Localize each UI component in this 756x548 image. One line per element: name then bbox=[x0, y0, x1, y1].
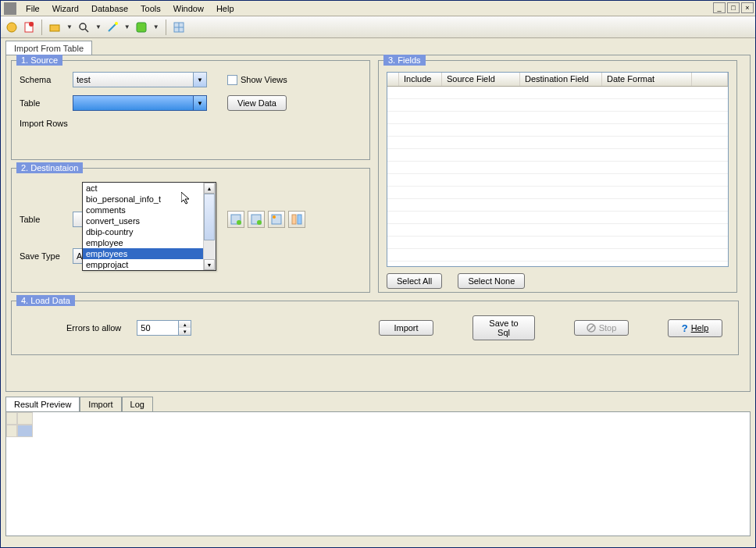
dest-icon-4[interactable] bbox=[288, 211, 305, 228]
help-icon: ? bbox=[682, 322, 688, 334]
dropdown-item-act[interactable]: act bbox=[83, 183, 216, 194]
show-views-label: Show Views bbox=[241, 75, 287, 84]
tab-result-preview[interactable]: Result Preview bbox=[5, 397, 80, 411]
menu-tools[interactable]: Tools bbox=[134, 2, 167, 15]
tab-log[interactable]: Log bbox=[122, 397, 153, 411]
help-button[interactable]: ?Help bbox=[668, 319, 722, 337]
spinner-down-icon[interactable]: ▼ bbox=[178, 328, 191, 335]
app-icon bbox=[4, 2, 16, 15]
chevron-down-icon[interactable]: ▼ bbox=[66, 23, 73, 30]
menu-help[interactable]: Help bbox=[210, 2, 241, 15]
help-label: Help bbox=[691, 323, 709, 333]
source-legend: 1. Source bbox=[16, 55, 62, 66]
errors-value: 50 bbox=[141, 323, 150, 333]
tab-import[interactable]: Import bbox=[80, 397, 121, 411]
save-type-label: Save Type bbox=[20, 251, 73, 261]
fields-fieldset: 3. Fields Include Source Field Destinati… bbox=[378, 60, 737, 293]
svg-line-5 bbox=[85, 29, 88, 32]
minimize-button[interactable]: _ bbox=[713, 2, 726, 13]
view-data-button[interactable]: View Data bbox=[227, 95, 287, 111]
select-all-button[interactable]: Select All bbox=[387, 273, 442, 289]
svg-point-15 bbox=[257, 220, 262, 225]
svg-point-17 bbox=[273, 215, 276, 219]
stop-label: Stop bbox=[599, 323, 617, 333]
svg-rect-3 bbox=[50, 25, 59, 31]
chevron-down-icon[interactable]: ▼ bbox=[193, 73, 206, 87]
dropdown-item-bio[interactable]: bio_personal_info_t bbox=[83, 194, 216, 205]
main-tab-bar: Import From Table bbox=[1, 38, 755, 55]
svg-rect-8 bbox=[137, 23, 146, 32]
menu-file[interactable]: File bbox=[20, 2, 46, 15]
table-dropdown-list[interactable]: act bio_personal_info_t comments convert… bbox=[82, 182, 216, 271]
scroll-down-icon[interactable]: ▼ bbox=[204, 259, 215, 270]
toolbar-folder-icon[interactable] bbox=[48, 21, 61, 34]
col-include[interactable]: Include bbox=[399, 73, 442, 86]
schema-label: Schema bbox=[20, 75, 73, 84]
col-date-format[interactable]: Date Format bbox=[602, 73, 692, 86]
toolbar-search-icon[interactable] bbox=[77, 21, 90, 34]
errors-spinner[interactable]: 50 ▲▼ bbox=[137, 320, 191, 336]
dest-icon-1[interactable] bbox=[227, 211, 244, 228]
chevron-down-icon[interactable]: ▼ bbox=[124, 23, 130, 30]
svg-rect-19 bbox=[298, 215, 301, 224]
schema-value: test bbox=[77, 75, 91, 84]
toolbar-new-doc-icon[interactable] bbox=[23, 21, 35, 34]
col-source-field[interactable]: Source Field bbox=[442, 73, 520, 86]
fields-grid-body bbox=[387, 87, 728, 266]
fields-grid: Include Source Field Destination Field D… bbox=[387, 72, 729, 267]
svg-point-2 bbox=[29, 22, 34, 27]
import-rows-label: Import Rows bbox=[20, 119, 73, 128]
svg-point-0 bbox=[7, 23, 16, 32]
save-to-sql-button[interactable]: Save to Sql bbox=[472, 315, 535, 340]
toolbar-run-icon[interactable] bbox=[135, 21, 148, 34]
scroll-thumb[interactable] bbox=[204, 194, 215, 240]
dest-icon-2[interactable] bbox=[248, 211, 265, 228]
close-button[interactable]: × bbox=[741, 2, 754, 13]
source-table-combobox[interactable]: ▼ bbox=[73, 95, 207, 111]
errors-label: Errors to allow bbox=[66, 323, 121, 333]
toolbar: ▼ ▼ ▼ ▼ bbox=[1, 16, 755, 38]
result-tab-bar: Result Preview Import Log bbox=[5, 397, 751, 411]
dropdown-scrollbar[interactable]: ▲ ▼ bbox=[203, 183, 216, 270]
svg-rect-18 bbox=[292, 215, 296, 224]
svg-line-6 bbox=[109, 23, 116, 31]
stop-icon bbox=[587, 323, 596, 333]
dropdown-item-comments[interactable]: comments bbox=[83, 205, 216, 215]
menubar: File Wizard Database Tools Window Help _… bbox=[1, 1, 755, 16]
import-button[interactable]: Import bbox=[379, 320, 433, 336]
svg-point-7 bbox=[115, 22, 118, 25]
dropdown-item-convert-users[interactable]: convert_users bbox=[83, 215, 216, 226]
menu-wizard[interactable]: Wizard bbox=[46, 2, 85, 15]
show-views-checkbox[interactable]: Show Views bbox=[227, 75, 287, 85]
fields-legend: 3. Fields bbox=[383, 55, 426, 66]
dropdown-item-dbip-country[interactable]: dbip-country bbox=[83, 226, 216, 237]
content-panel: 1. Source Schema test▼ Show Views Table … bbox=[5, 55, 751, 392]
dest-table-label: Table bbox=[20, 215, 73, 224]
dest-icon-3[interactable] bbox=[268, 211, 285, 228]
result-preview-panel bbox=[5, 411, 751, 536]
load-data-fieldset: 4. Load Data Errors to allow 50 ▲▼ Impor… bbox=[11, 301, 739, 355]
dropdown-item-employee[interactable]: employee bbox=[83, 237, 216, 248]
source-fieldset: 1. Source Schema test▼ Show Views Table … bbox=[11, 60, 370, 160]
menu-database[interactable]: Database bbox=[85, 2, 134, 15]
table-label: Table bbox=[20, 98, 73, 108]
col-destination-field[interactable]: Destination Field bbox=[520, 73, 602, 86]
chevron-down-icon[interactable]: ▼ bbox=[153, 23, 159, 30]
svg-point-4 bbox=[80, 23, 86, 30]
chevron-down-icon[interactable]: ▼ bbox=[193, 96, 206, 110]
select-none-button[interactable]: Select None bbox=[458, 273, 525, 289]
toolbar-new-icon[interactable] bbox=[5, 21, 18, 34]
tab-import-from-table[interactable]: Import From Table bbox=[5, 41, 92, 55]
toolbar-wand-icon[interactable] bbox=[106, 21, 119, 34]
scroll-up-icon[interactable]: ▲ bbox=[204, 183, 215, 194]
restore-button[interactable]: □ bbox=[727, 2, 740, 13]
spinner-up-icon[interactable]: ▲ bbox=[178, 321, 191, 328]
toolbar-grid-icon[interactable] bbox=[173, 21, 185, 34]
schema-combobox[interactable]: test▼ bbox=[73, 72, 207, 87]
chevron-down-icon[interactable]: ▼ bbox=[95, 23, 102, 30]
dropdown-item-employees[interactable]: employees bbox=[83, 248, 216, 259]
menu-window[interactable]: Window bbox=[167, 2, 210, 15]
stop-button[interactable]: Stop bbox=[574, 320, 629, 336]
dropdown-item-empprojact[interactable]: empprojact bbox=[83, 259, 216, 270]
svg-line-21 bbox=[589, 326, 594, 330]
